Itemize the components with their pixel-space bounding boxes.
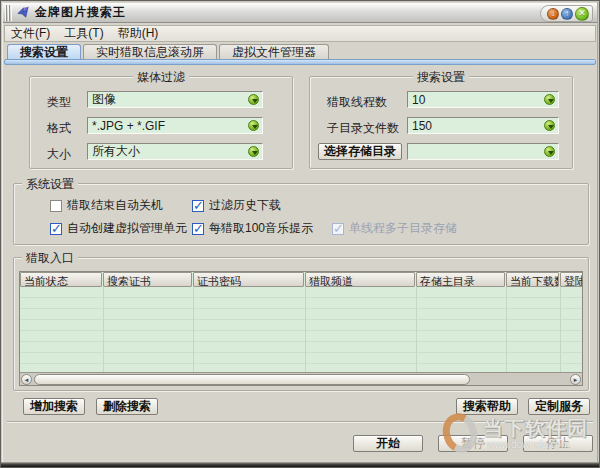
grid-line [103, 287, 104, 378]
hunt-entry-group: 猎取入口 当前状态 搜索证书 证书密码 猎取频道 存储主目录 当前下载数 登陆服… [13, 257, 589, 391]
delete-search-button[interactable]: 删除搜索 [96, 398, 158, 415]
checkbox-icon[interactable] [50, 223, 62, 235]
close-button[interactable]: ✕ [575, 7, 589, 21]
window-controls: ↓ ↑ ✕ [540, 5, 593, 22]
scroll-left-icon[interactable]: ◂ [21, 374, 32, 385]
format-dropdown[interactable]: *.JPG + *.GIF [87, 117, 263, 134]
minimize-button[interactable]: ↓ [547, 8, 559, 20]
tab-realtime-info[interactable]: 实时猎取信息滚动屏 [83, 44, 217, 59]
media-filter-group: 媒体过滤 类型 图像 格式 *.JPG + *.GIF 大小 所有大小 [29, 76, 293, 169]
tab-virtual-file-manager[interactable]: 虚拟文件管理器 [219, 44, 329, 59]
app-icon [16, 5, 31, 20]
dropdown-ball-icon[interactable] [544, 120, 555, 131]
system-settings-legend: 系统设置 [22, 176, 78, 193]
separator-line [7, 421, 593, 423]
grid-line [506, 287, 507, 378]
tab-search-settings[interactable]: 搜索设置 [7, 44, 81, 59]
format-label: 格式 [47, 120, 71, 137]
subdir-files-input[interactable]: 150 [407, 117, 559, 134]
column-header-cert[interactable]: 搜索证书 [103, 272, 192, 287]
custom-service-button[interactable]: 定制服务 [528, 398, 590, 415]
hunt-table-header: 当前状态 搜索证书 证书密码 猎取频道 存储主目录 当前下载数 登陆服 [20, 272, 582, 287]
menu-file[interactable]: 文件(F) [11, 25, 50, 42]
dropdown-ball-icon[interactable] [248, 94, 259, 105]
dropdown-ball-icon[interactable] [544, 94, 555, 105]
window-bottom-edge [1, 462, 599, 467]
title-bar[interactable]: 金牌图片搜索王 ↓ ↑ ✕ [3, 3, 597, 23]
scroll-right-icon[interactable]: ▸ [570, 374, 581, 385]
grid-line [193, 287, 194, 378]
system-settings-group: 系统设置 猎取结束自动关机 过滤历史下载 自动创建虚拟管理单元 每猎取100音乐… [13, 183, 589, 245]
add-search-button[interactable]: 增加搜索 [23, 398, 85, 415]
hunt-table-body[interactable] [20, 287, 582, 378]
type-value: 图像 [92, 91, 116, 108]
scrollbar-thumb[interactable] [34, 374, 470, 385]
search-settings-legend: 搜索设置 [413, 69, 469, 86]
storage-dir-input[interactable] [407, 143, 559, 160]
pause-button[interactable]: 暂停 [438, 435, 508, 452]
checkbox-label: 每猎取100音乐提示 [209, 220, 313, 237]
size-value: 所有大小 [92, 143, 140, 160]
checkbox-label: 单线程多子目录存储 [349, 220, 457, 237]
column-header-downloads[interactable]: 当前下载数 [506, 272, 559, 287]
subdir-files-label: 子目录文件数 [327, 120, 399, 137]
choose-storage-dir-button[interactable]: 选择存储目录 [318, 143, 402, 160]
titlebar-grip [5, 5, 12, 21]
hunt-entry-legend: 猎取入口 [22, 250, 78, 267]
menu-tools[interactable]: 工具(T) [64, 25, 103, 42]
dropdown-ball-icon[interactable] [248, 146, 259, 157]
column-header-status[interactable]: 当前状态 [20, 272, 102, 287]
horizontal-scrollbar[interactable]: ◂ ▸ [20, 372, 582, 385]
grid-line [560, 287, 561, 378]
checkbox-icon[interactable] [50, 200, 62, 212]
checkbox-label: 猎取结束自动关机 [67, 197, 163, 214]
checkbox-icon[interactable] [192, 200, 204, 212]
media-filter-legend: 媒体过滤 [133, 69, 189, 86]
size-dropdown[interactable]: 所有大小 [87, 143, 263, 160]
menu-help[interactable]: 帮助(H) [118, 25, 159, 42]
threads-value: 10 [412, 93, 425, 107]
checkbox-single-thread-multi-dir[interactable]: 单线程多子目录存储 [332, 220, 457, 237]
column-header-directory[interactable]: 存储主目录 [416, 272, 505, 287]
menu-bar: 文件(F) 工具(T) 帮助(H) [4, 25, 596, 42]
column-header-password[interactable]: 证书密码 [193, 272, 304, 287]
maximize-button[interactable]: ↑ [561, 8, 573, 20]
dropdown-ball-icon[interactable] [544, 146, 555, 157]
checkbox-auto-shutdown[interactable]: 猎取结束自动关机 [50, 197, 163, 214]
checkbox-icon[interactable] [192, 223, 204, 235]
checkbox-notify-per-100[interactable]: 每猎取100音乐提示 [192, 220, 313, 237]
search-settings-group: 搜索设置 猎取线程数 10 子目录文件数 150 选择存储目录 [309, 76, 573, 169]
column-header-login[interactable]: 登陆服 [560, 272, 583, 287]
threads-label: 猎取线程数 [327, 94, 387, 111]
dropdown-ball-icon[interactable] [248, 120, 259, 131]
checkbox-label: 过滤历史下载 [209, 197, 281, 214]
grid-line [305, 287, 306, 378]
size-label: 大小 [47, 146, 71, 163]
checkbox-icon[interactable] [332, 223, 344, 235]
format-value: *.JPG + *.GIF [92, 119, 165, 133]
tab-divider-bar [4, 59, 596, 65]
stop-button[interactable]: 停止 [523, 435, 593, 452]
checkbox-label: 自动创建虚拟管理单元 [67, 220, 187, 237]
hunt-table: 当前状态 搜索证书 证书密码 猎取频道 存储主目录 当前下载数 登陆服 ◂ ▸ [19, 271, 583, 386]
checkbox-filter-history[interactable]: 过滤历史下载 [192, 197, 281, 214]
type-label: 类型 [47, 94, 71, 111]
search-help-button[interactable]: 搜索帮助 [456, 398, 518, 415]
app-window: 金牌图片搜索王 ↓ ↑ ✕ 文件(F) 工具(T) 帮助(H) 搜索设置 实时猎… [0, 0, 600, 468]
grid-line [416, 287, 417, 378]
subdir-files-value: 150 [412, 119, 432, 133]
column-header-channel[interactable]: 猎取频道 [305, 272, 415, 287]
start-button[interactable]: 开始 [353, 435, 423, 452]
checkbox-auto-create-virtual-unit[interactable]: 自动创建虚拟管理单元 [50, 220, 187, 237]
type-dropdown[interactable]: 图像 [87, 91, 263, 108]
tab-strip: 搜索设置 实时猎取信息滚动屏 虚拟文件管理器 [7, 44, 596, 59]
window-title: 金牌图片搜索王 [35, 4, 126, 21]
threads-input[interactable]: 10 [407, 91, 559, 108]
